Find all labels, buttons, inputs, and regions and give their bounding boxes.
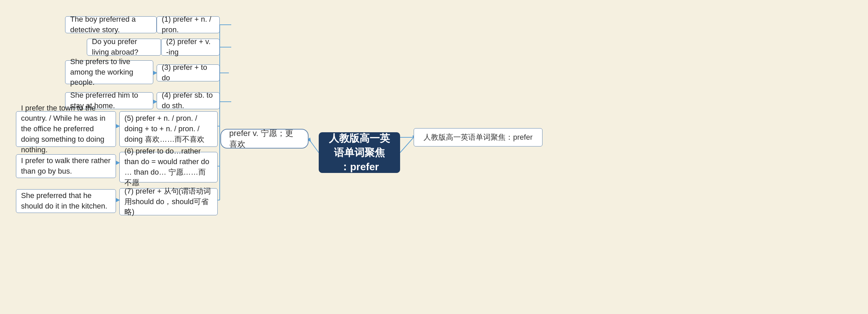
- right-label-node: 人教版高一英语单词聚焦：prefer: [414, 128, 542, 146]
- svg-line-2: [309, 139, 319, 153]
- example-node-6: I prefer to walk there rather than go by…: [16, 154, 116, 178]
- mind-map-diagram: 人教版高一英语单词聚焦 ：prefer prefer v. 宁愿；更喜欢 人教版…: [0, 0, 868, 314]
- rule-node-1: (1) prefer + n. / pron.: [157, 16, 220, 33]
- rule-node-7: (7) prefer + 从句(谓语动词用should do，should可省略…: [119, 188, 218, 215]
- example-node-7: She preferred that he should do it in th…: [16, 189, 116, 213]
- rule-node-5: (5) prefer + n. / pron. / doing + to + n…: [119, 111, 218, 147]
- prefer-label-node: prefer v. 宁愿；更喜欢: [220, 129, 309, 149]
- example-node-5: I prefer the town to the country. / Whil…: [16, 111, 116, 147]
- rule-node-4: (4) prefer sb. to do sth.: [157, 92, 220, 109]
- rule-node-3: (3) prefer + to do: [157, 64, 220, 81]
- example-node-2: Do you prefer living abroad?: [87, 39, 161, 56]
- example-node-1: The boy preferred a detective story.: [65, 16, 157, 33]
- svg-line-4: [400, 137, 414, 153]
- example-node-3: She prefers to live among the working pe…: [65, 60, 153, 84]
- rule-node-6: (6) prefer to do…rather than do = would …: [119, 152, 218, 182]
- rule-node-2: (2) prefer + v. -ing: [161, 39, 220, 56]
- center-node: 人教版高一英语单词聚焦 ：prefer: [319, 132, 400, 173]
